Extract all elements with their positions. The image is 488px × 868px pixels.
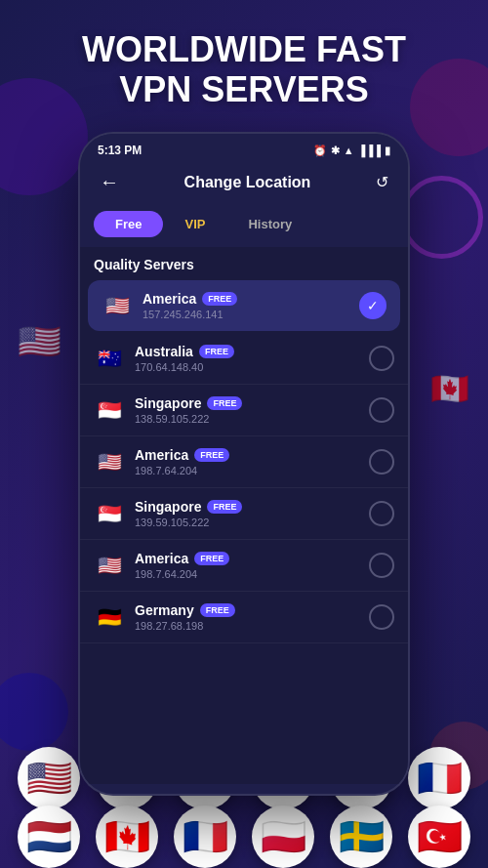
bg-flag-ca: 🇨🇦 bbox=[423, 361, 476, 415]
server-ip-au: 170.64.148.40 bbox=[135, 361, 359, 373]
signal-icon: ▐▐▐ bbox=[358, 145, 381, 156]
flag-fr2: 🇫🇷 bbox=[174, 806, 236, 868]
select-circle-sg1[interactable] bbox=[369, 397, 394, 423]
free-badge-us2: FREE bbox=[194, 448, 229, 462]
free-badge-au: FREE bbox=[199, 345, 234, 358]
select-circle-au[interactable] bbox=[369, 346, 394, 371]
server-list: 🇦🇺 Australia FREE 170.64.148.40 🇸🇬 Singa… bbox=[80, 333, 408, 643]
wifi-icon: ▲ bbox=[344, 145, 354, 156]
server-ip-sg1: 138.59.105.222 bbox=[135, 413, 359, 425]
server-info-selected: America FREE 157.245.246.141 bbox=[142, 291, 349, 320]
server-name: America bbox=[142, 291, 196, 307]
server-ip: 157.245.246.141 bbox=[142, 309, 349, 320]
back-button[interactable]: ← bbox=[94, 169, 125, 195]
phone-frame: 5:13 PM ⏰ ✱ ▲ ▐▐▐ ▮ ← Change Location ↺ … bbox=[78, 132, 410, 796]
server-item-america3[interactable]: 🇺🇸 America FREE 198.7.64.204 bbox=[80, 540, 408, 592]
server-info-us2: America FREE 198.7.64.204 bbox=[135, 447, 359, 476]
refresh-button[interactable]: ↺ bbox=[370, 171, 394, 193]
battery-icon: ▮ bbox=[385, 145, 390, 157]
bottom-flags-row2: 🇳🇱 🇨🇦 🇫🇷 🇵🇱 🇸🇪 🇹🇷 bbox=[0, 806, 488, 868]
section-title: Quality Servers bbox=[80, 247, 408, 278]
bluetooth-icon: ✱ bbox=[331, 145, 340, 157]
flag-america3: 🇺🇸 bbox=[94, 550, 125, 581]
alarm-icon: ⏰ bbox=[313, 145, 327, 157]
server-ip-us2: 198.7.64.204 bbox=[135, 465, 359, 476]
tab-bar: Free VIP History bbox=[80, 205, 408, 247]
flag-germany: 🇩🇪 bbox=[94, 601, 125, 633]
flag-se: 🇸🇪 bbox=[330, 806, 392, 868]
server-content: Quality Servers 🇺🇸 America FREE 157.245.… bbox=[80, 247, 408, 784]
server-ip-us3: 198.7.64.204 bbox=[135, 568, 359, 580]
flag-tr: 🇹🇷 bbox=[408, 806, 470, 868]
status-icons: ⏰ ✱ ▲ ▐▐▐ ▮ bbox=[313, 145, 390, 157]
bg-flag-us: 🇺🇸 bbox=[10, 312, 68, 371]
free-badge-sg1: FREE bbox=[207, 396, 242, 410]
server-name-sg1: Singapore bbox=[135, 395, 201, 411]
flag-fr: 🇫🇷 bbox=[408, 747, 470, 809]
free-badge-us3: FREE bbox=[194, 552, 229, 565]
time: 5:13 PM bbox=[98, 144, 142, 157]
server-item-singapore1[interactable]: 🇸🇬 Singapore FREE 138.59.105.222 bbox=[80, 385, 408, 436]
server-item-singapore2[interactable]: 🇸🇬 Singapore FREE 139.59.105.222 bbox=[80, 488, 408, 540]
server-item-selected[interactable]: 🇺🇸 America FREE 157.245.246.141 ✓ bbox=[88, 280, 400, 331]
free-badge-de: FREE bbox=[200, 603, 235, 617]
flag-ca: 🇨🇦 bbox=[96, 806, 158, 868]
server-item-america2[interactable]: 🇺🇸 America FREE 198.7.64.204 bbox=[80, 436, 408, 488]
hero-title: WORLDWIDE FAST VPN SERVERS bbox=[0, 29, 488, 110]
flag-us: 🇺🇸 bbox=[18, 747, 80, 809]
server-ip-de: 198.27.68.198 bbox=[135, 620, 359, 632]
server-info-de: Germany FREE 198.27.68.198 bbox=[135, 602, 359, 632]
server-name-us3: America bbox=[135, 551, 188, 566]
flag-singapore2: 🇸🇬 bbox=[94, 498, 125, 529]
flag-america2: 🇺🇸 bbox=[94, 446, 125, 477]
server-item-germany[interactable]: 🇩🇪 Germany FREE 198.27.68.198 bbox=[80, 592, 408, 643]
select-circle-de[interactable] bbox=[369, 604, 394, 630]
server-info-australia: Australia FREE 170.64.148.40 bbox=[135, 344, 359, 373]
flag-america-selected: 🇺🇸 bbox=[102, 290, 133, 321]
free-badge-sg2: FREE bbox=[207, 500, 242, 514]
check-icon: ✓ bbox=[359, 292, 386, 319]
server-name-au: Australia bbox=[135, 344, 193, 359]
flag-singapore1: 🇸🇬 bbox=[94, 394, 125, 426]
server-info-sg2: Singapore FREE 139.59.105.222 bbox=[135, 499, 359, 528]
select-circle-us3[interactable] bbox=[369, 553, 394, 578]
tab-free[interactable]: Free bbox=[94, 211, 163, 237]
flag-nl: 🇳🇱 bbox=[18, 806, 80, 868]
header-title: Change Location bbox=[184, 174, 311, 191]
server-item-australia[interactable]: 🇦🇺 Australia FREE 170.64.148.40 bbox=[80, 333, 408, 385]
server-name-de: Germany bbox=[135, 602, 194, 618]
server-ip-sg2: 139.59.105.222 bbox=[135, 517, 359, 528]
select-circle-us2[interactable] bbox=[369, 449, 394, 475]
select-circle-sg2[interactable] bbox=[369, 501, 394, 526]
server-info-sg1: Singapore FREE 138.59.105.222 bbox=[135, 395, 359, 425]
header: ← Change Location ↺ bbox=[80, 163, 408, 205]
flag-pl: 🇵🇱 bbox=[252, 806, 314, 868]
server-name-us2: America bbox=[135, 447, 188, 463]
tab-vip[interactable]: VIP bbox=[163, 211, 226, 237]
server-name-sg2: Singapore bbox=[135, 499, 201, 515]
free-badge: FREE bbox=[202, 292, 237, 306]
server-info-us3: America FREE 198.7.64.204 bbox=[135, 551, 359, 580]
status-bar: 5:13 PM ⏰ ✱ ▲ ▐▐▐ ▮ bbox=[80, 134, 408, 163]
flag-australia: 🇦🇺 bbox=[94, 343, 125, 374]
tab-history[interactable]: History bbox=[226, 211, 313, 237]
